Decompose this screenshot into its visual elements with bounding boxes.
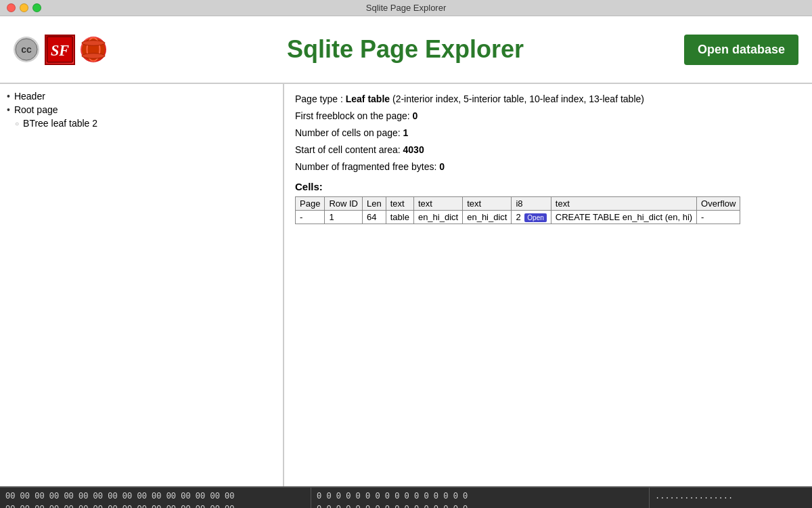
startcell-line: Start of cell content area: 4030 xyxy=(295,143,801,157)
freeblock-label: First freeblock on the page: xyxy=(295,110,413,121)
main-content: • Header • Root page ○ BTree leaf table … xyxy=(0,84,812,486)
ascii-row: ................ xyxy=(655,503,807,508)
col-text2: text xyxy=(413,197,462,211)
sidebar-item-header[interactable]: • Header xyxy=(7,91,276,102)
page-type-extra: (2-interior index, 5-interior table, 10-… xyxy=(390,93,644,104)
cell-overflow: - xyxy=(697,211,740,224)
col-len: Len xyxy=(363,197,386,211)
ascii-column[interactable]: ........................................… xyxy=(650,488,812,508)
cell-page: - xyxy=(296,211,325,224)
svg-point-6 xyxy=(82,41,105,46)
cell-col2: en_hi_dict xyxy=(413,211,462,224)
open-database-button[interactable]: Open database xyxy=(684,35,798,65)
sidebar-label-btree: BTree leaf table 2 xyxy=(23,118,97,129)
col-rowid: Row ID xyxy=(325,197,363,211)
cells-label: Cells: xyxy=(295,181,801,192)
col-overflow: Overflow xyxy=(697,197,740,211)
sidebar-label-header: Header xyxy=(14,91,45,102)
cell-col4: 2 Open xyxy=(512,211,551,224)
hex-panel: 00 00 00 00 00 00 00 00 00 00 00 00 00 0… xyxy=(0,486,812,508)
fragfree-value: 0 xyxy=(439,161,445,172)
hex-row: 00 00 00 00 00 00 00 00 00 00 00 00 00 0… xyxy=(5,490,305,503)
cell-col5: CREATE TABLE en_hi_dict (en, hi) xyxy=(551,211,696,224)
window-controls xyxy=(7,3,41,12)
dec-column[interactable]: 0 0 0 0 0 0 0 0 0 0 0 0 0 0 0 00 0 0 0 0… xyxy=(311,488,650,508)
hex-column[interactable]: 00 00 00 00 00 00 00 00 00 00 00 00 00 0… xyxy=(0,488,311,508)
close-button[interactable] xyxy=(7,3,16,12)
svg-text:SF: SF xyxy=(51,42,69,59)
dec-row: 0 0 0 0 0 0 0 0 0 0 0 0 0 0 0 0 xyxy=(317,490,644,503)
app-header: cc SF Sqlite Page Explorer Open database xyxy=(0,16,812,84)
svg-text:cc: cc xyxy=(21,44,32,55)
sidebar: • Header • Root page ○ BTree leaf table … xyxy=(0,84,284,486)
cell-col3: en_hi_dict xyxy=(463,211,512,224)
app-title: Sqlite Page Explorer xyxy=(127,35,684,64)
numcells-line: Number of cells on page: 1 xyxy=(295,126,801,140)
table-row: - 1 64 table en_hi_dict en_hi_dict 2 Ope… xyxy=(296,211,740,224)
sidebar-item-rootpage[interactable]: • Root page xyxy=(7,104,276,115)
col-i8: i8 xyxy=(512,197,551,211)
logo-area: cc SF xyxy=(14,35,106,65)
maximize-button[interactable] xyxy=(32,3,41,12)
ascii-row: ................ xyxy=(655,490,807,503)
numcells-label: Number of cells on page: xyxy=(295,127,403,138)
startcell-label: Start of cell content area: xyxy=(295,144,403,155)
cell-len: 64 xyxy=(363,211,386,224)
fragfree-line: Number of fragmented free bytes: 0 xyxy=(295,160,801,174)
col-text1: text xyxy=(386,197,413,211)
page-type-value: Leaf table xyxy=(346,93,390,104)
info-panel: Page type : Leaf table (2-interior index… xyxy=(284,84,812,486)
sidebar-label-rootpage: Root page xyxy=(14,104,58,115)
page-type-label: Page type : xyxy=(295,93,346,104)
sf-logo: SF xyxy=(45,35,75,65)
cell-rowid: 1 xyxy=(325,211,363,224)
freeblock-value: 0 xyxy=(413,110,418,121)
col-page: Page xyxy=(296,197,325,211)
table-header-row: Page Row ID Len text text text i8 text O… xyxy=(296,197,740,211)
bullet-icon: • xyxy=(7,91,10,102)
fragfree-label: Number of fragmented free bytes: xyxy=(295,161,439,172)
minimize-button[interactable] xyxy=(20,3,28,12)
svg-point-7 xyxy=(82,54,105,59)
page-type-line: Page type : Leaf table (2-interior index… xyxy=(295,92,801,106)
sidebar-item-btree[interactable]: ○ BTree leaf table 2 xyxy=(7,118,276,129)
open-badge[interactable]: Open xyxy=(524,213,546,222)
startcell-value: 4030 xyxy=(403,144,424,155)
hex-row: 00 00 00 00 00 00 00 00 00 00 00 00 00 0… xyxy=(5,503,305,508)
cc-logo: cc xyxy=(14,37,39,62)
cells-table: Page Row ID Len text text text i8 text O… xyxy=(295,196,740,224)
window-title: Sqlite Page Explorer xyxy=(366,3,447,13)
bullet-icon: • xyxy=(7,104,10,115)
barrel-logo xyxy=(81,37,106,62)
cell-col1: table xyxy=(386,211,413,224)
numcells-value: 1 xyxy=(403,127,409,138)
title-bar: Sqlite Page Explorer xyxy=(0,0,812,16)
col-text3: text xyxy=(463,197,512,211)
circle-bullet-icon: ○ xyxy=(15,120,19,127)
dec-row: 0 0 0 0 0 0 0 0 0 0 0 0 0 0 0 0 xyxy=(317,503,644,508)
freeblock-line: First freeblock on the page: 0 xyxy=(295,109,801,123)
col-text4: text xyxy=(551,197,696,211)
